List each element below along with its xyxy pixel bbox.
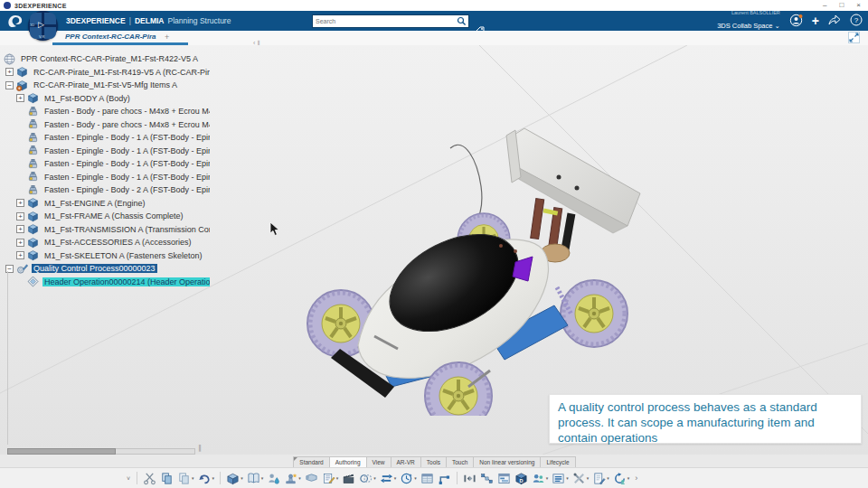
maximize-button[interactable]: □ [839,0,844,11]
compass-quadrant[interactable] [44,13,56,24]
3d-compass[interactable]: ▷ 3D V.R [28,11,58,41]
check-document-button[interactable]: ▾ [591,471,610,486]
update-sync-button[interactable]: ▾ [612,471,631,486]
toolbar-overflow-arrow[interactable]: › [635,474,637,483]
compass-play-icon[interactable]: ▷ [38,20,44,29]
expander-plus[interactable]: + [16,212,24,221]
tutorial-caption: A quality control process behaves as a s… [549,394,862,444]
profile-avatar-button[interactable] [789,14,803,29]
tree-row[interactable]: + M1_Fst-ACCESSORIES A (Accessories) [0,236,210,249]
tab-authoring[interactable]: Authoring [329,456,367,467]
sticky-note-button[interactable] [304,471,319,486]
tree-row[interactable]: − RC-CAR-Pirate_M1-Fst-V5-Mfg Items A [0,79,210,92]
tree-row[interactable]: Fasten - Epingle - Body - 1 A (FST-Body … [0,157,210,171]
time-analysis-button[interactable]: ▾ [399,471,418,486]
expander-plus[interactable]: + [16,225,24,233]
cube-d-icon: D [514,472,528,485]
tree-row[interactable]: Fasten - Body - pare chocs - M4x8 + Ecro… [0,105,210,118]
add-content-button[interactable]: + [812,14,819,27]
tab-non-linear-versioning[interactable]: Non linear versioning [473,456,541,467]
tree-row[interactable]: + M1_Fst-TRANSMISSION A (Transmission Co… [0,223,210,237]
gantt-table-button[interactable] [496,471,512,486]
share-button[interactable] [828,14,841,27]
tab-tools[interactable]: Tools [420,456,447,467]
tree-row[interactable]: Fasten - Epingle - Body - 2 A (FST-Body … [0,183,210,197]
paste-button[interactable]: ▾ [176,471,195,486]
undo-button[interactable]: ▾ [197,471,216,486]
user-block[interactable]: Laurent BALSOLLIER 3DS Collab Space ⌄ [717,11,780,32]
elbow-connector-icon [438,472,451,485]
tree-row-selected[interactable]: − Quality Control Process00000023 [0,262,210,276]
expander-plus[interactable]: + [16,239,24,247]
rc-car-3d-model[interactable] [288,72,685,416]
compass-quadrant[interactable] [44,27,56,39]
compare-scope-button[interactable]: ▾ [358,471,377,486]
tree-row[interactable]: + M1_Fst-SKELETON A (Fasteners Skeleton) [0,249,210,263]
simulation-player-button[interactable] [462,471,477,486]
tree-row[interactable]: + M1_Fst-ENGINE A (Engine) [0,197,210,211]
tree-row[interactable]: Fasten - Body - pare chocs - M4x8 + Ecro… [0,118,210,132]
collab-space-selector[interactable]: 3DS Collab Space ⌄ [717,22,780,30]
player-marker-icon [463,472,476,485]
tab-view[interactable]: View [366,456,392,467]
flow-connector-button[interactable] [437,471,452,486]
copy-button[interactable] [159,471,175,486]
text-annotation-button[interactable]: ▾ [321,471,340,486]
tree-horizontal-scrollbar[interactable] [7,448,195,455]
new-tab-button[interactable]: + [165,33,169,42]
scrollbar-resize-handle[interactable]: ∥ [198,444,202,452]
tree-row-highlighted[interactable]: Header Operation00000214 (Header Operati… [0,276,210,289]
product-structure-button[interactable]: D [514,471,529,486]
3d-viewport[interactable]: PPR Context-RC-CAR-Pirate_M1-Fst-R422-V5… [0,45,868,455]
tree-row[interactable]: Fasten - Epingle - Body - 1 A (FST-Body … [0,171,210,184]
create-stamp-button[interactable]: ▾ [283,471,302,486]
search-box[interactable] [312,14,469,28]
tree-row[interactable]: + RC-CAR-Pirate_M1-Fst-R419-V5 A (RC-CAR… [0,66,210,80]
close-button[interactable]: × [856,0,861,11]
tree-row[interactable]: + M1_Fst-BODY A (Body) [0,92,210,106]
toolbar-collapse-chevron-icon[interactable]: ˅ [127,475,130,482]
people-group-icon [532,472,545,485]
tree-row[interactable]: + M1_Fst-FRAME A (Chassis Complete) [0,210,210,223]
cut-button[interactable] [142,471,157,486]
catalog-browser-button[interactable]: ▾ [246,471,265,486]
team-collaboration-button[interactable]: ▾ [531,471,550,486]
swap-assignment-button[interactable]: ▾ [379,471,398,486]
header-operation-icon [27,276,39,287]
product-cube-badge-icon [16,80,28,91]
expander-plus[interactable]: + [16,251,24,259]
quality-process-icon [16,263,28,275]
build-tools-button[interactable]: ▾ [571,471,590,486]
expand-viewport-icon[interactable] [848,32,860,43]
search-input[interactable] [313,18,457,24]
expander-plus[interactable]: + [16,94,24,102]
tree-row[interactable]: Fasten - Epingle - Body - 1 A (FST-Body … [0,131,210,145]
media-slate-button[interactable] [341,471,356,486]
help-button[interactable]: ? [850,14,863,28]
expander-plus[interactable]: + [5,68,14,76]
document-pencil-icon [592,472,606,485]
expander-minus[interactable]: − [5,81,14,89]
scrollbar-thumb[interactable] [7,448,116,455]
tab-ppr-context[interactable]: PPR Context-RC-CAR-Pira [65,33,156,41]
notepad-pencil-icon [322,472,335,485]
list-view-button[interactable]: ▾ [551,471,570,486]
tab-lifecycle[interactable]: Lifecycle [540,456,575,467]
tab-standard[interactable]: Standard [293,456,329,467]
paste-icon [177,472,191,485]
minimize-button[interactable]: – [823,0,826,11]
brand-pipe: | [129,16,131,25]
overlap-circles-icon [359,472,373,485]
insert-product-button[interactable]: ▾ [225,471,244,486]
tab-ar-vr[interactable]: AR-VR [391,456,421,467]
ribbon-note-icon [305,472,318,485]
swap-arrows-icon [380,472,393,485]
process-flow-button[interactable] [479,471,495,486]
tree-row[interactable]: PPR Context-RC-CAR-Pirate_M1-Fst-R422-V5… [0,52,210,66]
expander-plus[interactable]: + [16,199,24,207]
search-icon[interactable] [457,16,467,26]
tree-row[interactable]: Fasten - Epingle - Body - 1 A (FST-Body … [0,145,210,158]
tab-touch[interactable]: Touch [446,456,474,467]
properties-panel-button[interactable] [420,471,435,486]
resource-item-button[interactable] [266,471,281,486]
